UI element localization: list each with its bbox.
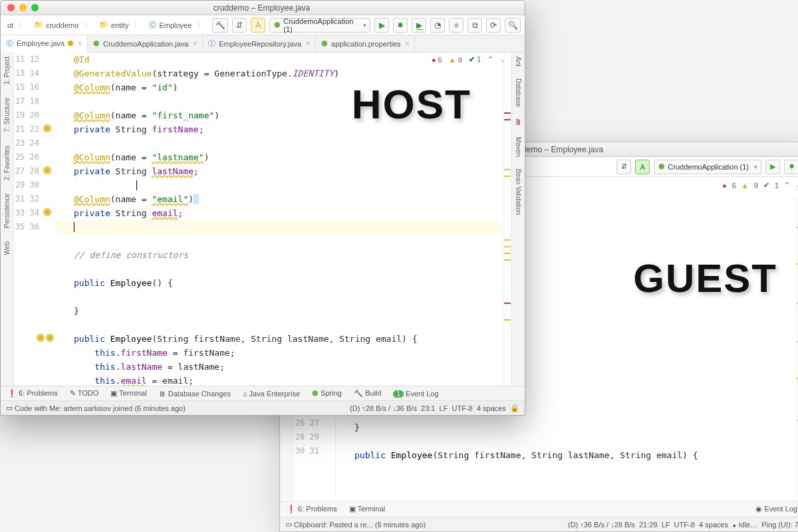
guest-status-msg: Clipboard: Pasted a re... (6 minutes ago… [294, 521, 426, 529]
chevron-down-icon[interactable]: ⌄ [795, 181, 798, 190]
update-icon[interactable]: ⟳ [486, 18, 501, 33]
javaee-tool[interactable]: ⌂ Java Enterprise [243, 390, 300, 398]
chevron-up-icon[interactable]: ⌃ [784, 181, 790, 190]
search-icon[interactable]: 🔍 [505, 18, 521, 33]
right-tool-strip: Ant Database m Maven Bean Validation [511, 53, 525, 386]
build-icon[interactable]: 🔨 [212, 18, 228, 33]
right-tool[interactable]: Maven [515, 137, 522, 157]
tab-repo[interactable]: Ⓘ EmployeeRepository.java × [203, 35, 316, 52]
gutter-mark-icon: a [37, 334, 45, 342]
right-tool[interactable]: Bean Validation [515, 169, 522, 215]
guest-run-config[interactable]: ⬢ CruddemoApplication (1) [654, 160, 761, 174]
run-icon[interactable]: ▶ [374, 18, 389, 33]
terminal-tool[interactable]: ▣ Terminal [110, 389, 146, 398]
profile-icon[interactable]: ◔ [430, 18, 445, 33]
debug-icon[interactable]: ✸ [784, 160, 798, 174]
avatar-badge[interactable]: A [251, 18, 265, 33]
guest-inspections: ●6 ▲9 ✔1 ⌃ ⌄ [722, 181, 798, 190]
editor-tabs: Ⓒ Employee.java × ⬢ CruddemoApplication.… [1, 35, 525, 53]
gutter-marks: a a a a a [41, 53, 54, 386]
ok-icon: ✔ [763, 181, 769, 190]
breadcrumb[interactable]: ⒸEmployee [146, 20, 207, 30]
host-status-bar: ▭ Code with Me: artem.sarkisov joined (6… [1, 400, 525, 415]
tab-cruddemoapp[interactable]: ⬢ CruddemoApplication.java × [88, 35, 203, 52]
lock-icon[interactable]: 🔒 [510, 404, 519, 412]
error-stripe[interactable] [503, 53, 511, 386]
run-icon[interactable]: ▶ [765, 160, 780, 174]
dbchanges-tool[interactable]: 🗎 Database Changes [159, 390, 231, 398]
left-tool[interactable]: Persistence [3, 194, 11, 228]
warning-icon: ▲ [741, 182, 749, 190]
close-tab-icon[interactable]: × [78, 40, 82, 47]
host-window: cruddemo – Employee.java ot 📁cruddemo 📁e… [0, 0, 525, 416]
eventlog-tool[interactable]: 1 Event Log [393, 390, 438, 398]
status-message: Code with Me: artem.sarkisov joined (6 m… [15, 404, 186, 412]
guest-toolwindow-bar: ❗ 6: Problems ▣ Terminal ◉ Event Log [280, 501, 798, 517]
guest-status-bar: ▭ Clipboard: Pasted a re... (6 minutes a… [280, 517, 798, 531]
gutter-mark-icon: a [43, 208, 51, 216]
left-tool[interactable]: Web [3, 241, 11, 255]
zoom-icon [31, 4, 39, 11]
minimize-icon [19, 4, 27, 11]
close-tab-icon[interactable]: × [406, 40, 410, 47]
gutter-mark-icon: a [43, 124, 51, 132]
guest-overlay-label: GUEST [633, 255, 777, 301]
hierarchy-icon[interactable]: ⇵ [616, 160, 631, 174]
problems-tool[interactable]: ❗ 6: Problems [287, 505, 337, 513]
close-tab-icon[interactable]: × [306, 40, 310, 47]
debug-icon[interactable]: ✸ [393, 18, 408, 33]
eventlog-tool[interactable]: ◉ Event Log [755, 505, 797, 513]
left-tool[interactable]: 2: Favorites [3, 146, 11, 180]
host-overlay-label: HOST [352, 80, 471, 128]
terminal-tool[interactable]: ▣ Terminal [349, 505, 385, 513]
stop-icon[interactable]: ■ [449, 18, 464, 33]
tab-employee[interactable]: Ⓒ Employee.java × [1, 35, 88, 53]
window-title: cruddemo – Employee.java [39, 3, 485, 13]
breadcrumb[interactable]: 📁entity [96, 20, 144, 30]
right-tool[interactable]: Ant [515, 57, 522, 66]
git-icon[interactable]: ⧉ [467, 18, 482, 33]
left-tool[interactable]: 1: Project [3, 57, 11, 84]
breadcrumb[interactable]: ot [5, 20, 29, 30]
hierarchy-icon[interactable]: ⇵ [232, 18, 247, 33]
gutter-mark-icon: a [43, 166, 51, 174]
left-tool-strip: 1: Project 7: Structure 2: Favorites Per… [1, 53, 14, 386]
traffic-lights[interactable] [1, 4, 39, 11]
todo-tool[interactable]: ✎ TODO [70, 389, 98, 398]
problems-tool[interactable]: ❗ 6: Problems [7, 389, 58, 398]
host-toolwindow-bar: ❗ 6: Problems ✎ TODO ▣ Terminal 🗎 Databa… [1, 386, 525, 400]
modified-dot-icon [68, 41, 73, 46]
host-titlebar: cruddemo – Employee.java [1, 1, 525, 15]
right-tool[interactable]: Database [515, 78, 522, 107]
left-tool[interactable]: 7: Structure [3, 98, 11, 132]
nav-toolbar: ot 📁cruddemo 📁entity ⒸEmployee 🔨 ⇵ A ⬢Cr… [1, 15, 525, 35]
avatar-badge[interactable]: A [635, 160, 650, 174]
close-icon [7, 4, 15, 11]
coverage-icon[interactable]: ▶̲ [412, 18, 426, 33]
build-tool[interactable]: 🔨 Build [354, 389, 382, 398]
run-config-select[interactable]: ⬢CruddemoApplication (1) [269, 18, 370, 33]
tab-appprops[interactable]: ⬢ application.properties × [316, 35, 415, 52]
gutter-mark-icon: a [46, 334, 54, 342]
error-icon: ● [722, 182, 727, 190]
breadcrumb[interactable]: 📁cruddemo [31, 20, 94, 30]
close-tab-icon[interactable]: × [193, 40, 197, 47]
spring-tool[interactable]: ⬢ Spring [312, 389, 342, 398]
